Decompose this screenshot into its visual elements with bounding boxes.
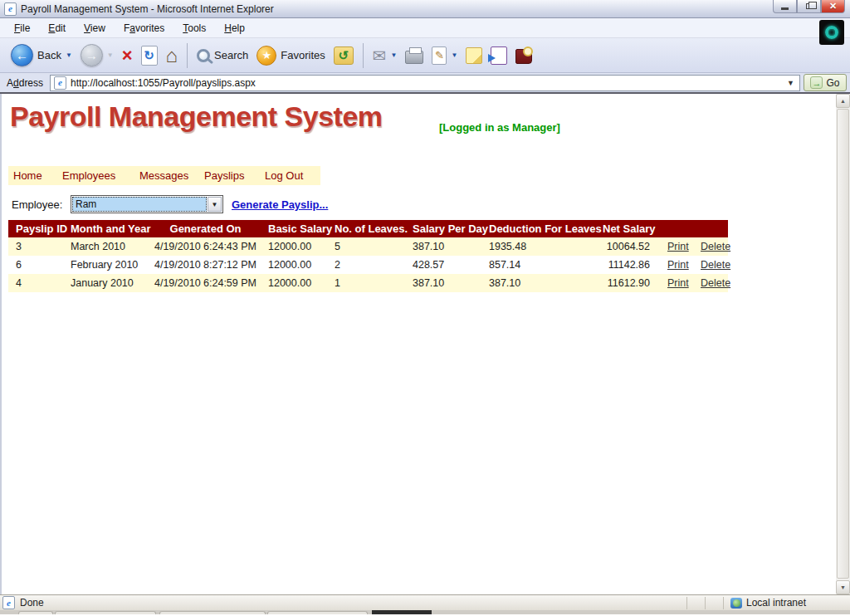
window-title: Payroll Management System - Microsoft In… — [21, 3, 274, 15]
search-button[interactable]: Search — [193, 41, 252, 71]
edit-dropdown-icon[interactable]: ▼ — [451, 51, 457, 59]
cell-basic-salary: 12000.00 — [261, 256, 327, 274]
back-label: Back — [37, 49, 61, 61]
table-row: 4 January 2010 4/19/2010 6:24:59 PM 1200… — [8, 274, 728, 292]
edit-button[interactable]: ✎ ▼ — [427, 41, 462, 71]
status-pane — [705, 597, 723, 609]
cell-month: March 2010 — [63, 237, 150, 256]
messenger-button[interactable] — [486, 41, 511, 71]
refresh-button[interactable]: ↻ — [137, 41, 162, 71]
page-content: Payroll Management System [Logged in as … — [0, 94, 850, 594]
discuss-button[interactable] — [462, 41, 486, 71]
scrollbar-thumb[interactable] — [837, 109, 849, 579]
close-button[interactable]: ✕ — [821, 0, 845, 13]
chevron-down-icon[interactable]: ▼ — [208, 197, 222, 212]
print-link[interactable]: Print — [667, 241, 689, 252]
delete-link[interactable]: Delete — [701, 241, 730, 252]
search-icon — [197, 49, 210, 62]
favorites-star-icon: ★ — [256, 46, 276, 66]
edit-icon: ✎ — [432, 46, 447, 65]
taskbar-button — [55, 611, 156, 614]
employee-selected-value: Ram — [72, 197, 207, 212]
back-icon: ← — [11, 44, 33, 66]
col-payslip-id: Payslip ID — [8, 220, 63, 237]
research-book-icon — [515, 49, 532, 64]
cell-month: February 2010 — [63, 256, 150, 274]
menu-help[interactable]: Help — [215, 20, 254, 37]
menu-view[interactable]: View — [75, 20, 115, 37]
page-title: Payroll Management System — [10, 100, 383, 133]
taskbar-button-dark — [372, 610, 432, 614]
minimize-icon — [781, 7, 789, 10]
stop-icon: × — [122, 46, 133, 65]
toolbar-separator — [363, 43, 364, 68]
forward-dropdown-icon: ▼ — [107, 51, 114, 59]
cell-month: January 2010 — [63, 274, 150, 292]
scroll-down-icon[interactable]: ▼ — [836, 580, 850, 594]
vertical-scrollbar[interactable]: ▲ ▼ — [836, 94, 850, 594]
cell-net-salary: 10064.52 — [595, 237, 660, 256]
home-icon: ⌂ — [166, 46, 178, 66]
generate-payslip-link[interactable]: Generate Payslip... — [232, 198, 328, 211]
stop-button[interactable]: × — [118, 41, 137, 71]
cell-payslip-id: 4 — [8, 274, 63, 292]
print-link[interactable]: Print — [667, 277, 689, 289]
menu-file[interactable]: File — [5, 20, 39, 37]
cell-deduction: 1935.48 — [481, 237, 595, 256]
status-text: Done — [20, 597, 44, 609]
title-bar: e Payroll Management System - Microsoft … — [0, 0, 850, 18]
col-deduction: Deduction For Leaves — [481, 220, 595, 237]
cell-leaves: 1 — [327, 274, 405, 292]
address-url: http://localhost:1055/Payroll/payslips.a… — [71, 77, 783, 89]
cell-generated-on: 4/19/2010 6:24:43 PM — [150, 237, 261, 256]
nav-messages[interactable]: Messages — [139, 169, 204, 182]
cell-net-salary: 11142.86 — [595, 256, 660, 274]
minimize-button[interactable] — [773, 0, 797, 13]
address-input[interactable]: e http://localhost:1055/Payroll/payslips… — [50, 75, 800, 91]
delete-link[interactable]: Delete — [701, 277, 730, 289]
back-button[interactable]: ← Back ▼ — [7, 41, 76, 71]
employee-label: Employee: — [12, 198, 62, 211]
security-zone: Local intranet — [723, 597, 848, 609]
back-dropdown-icon[interactable]: ▼ — [66, 51, 72, 59]
col-net-salary: Net Salary — [595, 220, 660, 237]
address-dropdown-icon[interactable]: ▼ — [787, 79, 796, 87]
favorites-label: Favorites — [281, 49, 325, 61]
nav-payslips[interactable]: Payslips — [204, 169, 265, 182]
delete-link[interactable]: Delete — [701, 259, 730, 271]
cell-leaves: 2 — [327, 256, 405, 274]
favorites-button[interactable]: ★ Favorites — [252, 41, 329, 71]
cell-salary-per-day: 428.57 — [405, 256, 481, 274]
nav-home[interactable]: Home — [13, 169, 62, 182]
cell-deduction: 387.10 — [481, 274, 595, 292]
forward-button[interactable]: → ▼ — [76, 41, 118, 71]
home-button[interactable]: ⌂ — [162, 41, 183, 71]
menu-favorites[interactable]: Favorites — [115, 20, 173, 37]
go-button[interactable]: → Go — [804, 74, 847, 91]
print-link[interactable]: Print — [667, 259, 689, 271]
nav-logout[interactable]: Log Out — [265, 169, 316, 182]
cell-basic-salary: 12000.00 — [261, 274, 327, 292]
research-button[interactable] — [511, 41, 536, 71]
note-icon — [466, 47, 482, 64]
col-generated-on: Generated On — [150, 220, 261, 237]
site-nav: Home Employees Messages Payslips Log Out — [8, 166, 320, 185]
page-icon: e — [54, 76, 66, 90]
nav-employees[interactable]: Employees — [62, 169, 139, 182]
mail-icon: ✉ — [373, 47, 387, 64]
mail-dropdown-icon[interactable]: ▼ — [391, 51, 398, 59]
history-button[interactable]: ↺ — [330, 41, 358, 71]
messenger-icon — [491, 46, 507, 65]
employee-select[interactable]: Ram ▼ — [71, 195, 223, 213]
menu-edit[interactable]: Edit — [39, 20, 75, 37]
scroll-up-icon[interactable]: ▲ — [836, 94, 850, 108]
col-print — [660, 220, 693, 237]
cell-salary-per-day: 387.10 — [405, 237, 481, 256]
restore-button[interactable] — [797, 0, 821, 13]
print-button[interactable] — [401, 41, 427, 71]
mail-button[interactable]: ✉ ▼ — [369, 41, 402, 71]
ie-icon: e — [4, 2, 17, 16]
throbber-ring-icon — [825, 26, 838, 39]
menu-tools[interactable]: Tools — [173, 20, 215, 37]
toolbar-separator — [187, 43, 188, 68]
